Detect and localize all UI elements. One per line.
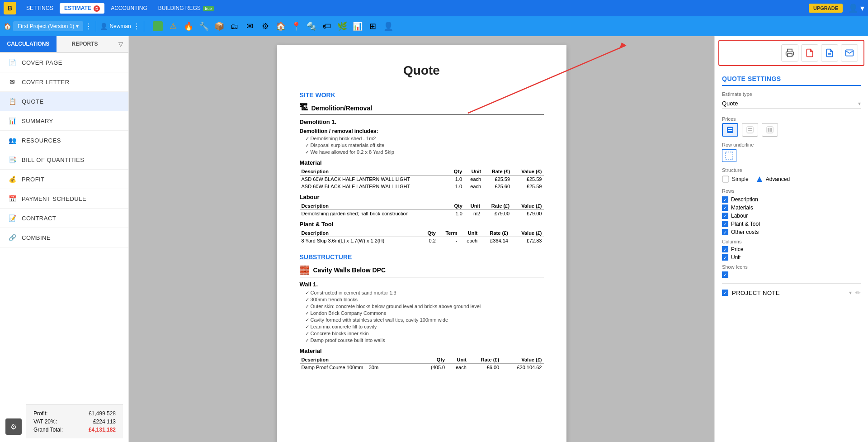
price-btn-2[interactable] — [742, 123, 758, 137]
settings-divider — [722, 283, 861, 284]
sidebar-item-quote[interactable]: 📋 Quote — [0, 92, 128, 111]
sidebar-item-cover-page[interactable]: 📄 Cover Page — [0, 53, 128, 72]
box-icon[interactable]: 📦 — [213, 20, 226, 33]
nav-building-regs[interactable]: BUILDING REGS true — [154, 3, 218, 13]
cb-materials[interactable]: ✓ — [722, 204, 728, 211]
checkbox-price[interactable]: ✓ Price — [722, 246, 861, 252]
word-button[interactable] — [821, 44, 838, 62]
price-btn-1[interactable] — [722, 123, 738, 137]
tab-reports[interactable]: REPORTS — [57, 36, 113, 52]
content-area: Quote Site Work 🏗 Demolition/Removal Dem… — [129, 36, 714, 442]
print-button[interactable] — [781, 44, 798, 62]
cb-unit[interactable]: ✓ — [722, 254, 728, 261]
plant-row1-qty: 0.2 — [421, 237, 438, 245]
row-underline-button[interactable] — [722, 149, 736, 162]
svg-rect-4 — [728, 128, 732, 129]
mat-row2-unit: each — [464, 183, 483, 190]
cb-description[interactable]: ✓ — [722, 196, 728, 203]
project-note-edit-icon[interactable]: ✏ — [855, 289, 861, 296]
sidebar: CALCULATIONS REPORTS ▽ 📄 Cover Page ✉ Co… — [0, 36, 129, 442]
cb-project-note[interactable]: ✓ — [722, 290, 728, 296]
summary-icon: 📊 — [7, 116, 17, 126]
tab-calculations[interactable]: CALCULATIONS — [0, 36, 57, 52]
pdf-button[interactable] — [801, 44, 818, 62]
cb-price-label: Price — [731, 246, 743, 252]
sidebar-item-cover-letter[interactable]: ✉ Cover Letter — [0, 72, 128, 92]
sidebar-item-combine[interactable]: 🔗 Combine — [0, 228, 128, 247]
envelope-icon[interactable]: ✉ — [244, 20, 256, 33]
checkbox-other-costs[interactable]: ✓ Other costs — [722, 229, 861, 235]
lab-row1-desc: Demolishing garden shed; half brick cons… — [300, 210, 448, 218]
document: Quote Site Work 🏗 Demolition/Removal Dem… — [277, 45, 566, 442]
lab-col-unit: Unit — [464, 202, 482, 210]
checkbox-labour[interactable]: ✓ Labour — [722, 213, 861, 219]
advanced-label: Advanced — [766, 176, 790, 182]
estimate-type-row: Quote ▾ — [722, 98, 861, 109]
cb-description-label: Description — [731, 196, 758, 203]
person-icon[interactable]: 👤 — [382, 20, 395, 33]
nav-accounting[interactable]: ACCOUNTING — [106, 3, 152, 13]
svg-rect-12 — [726, 152, 733, 159]
svg-rect-5 — [728, 130, 732, 131]
user-name[interactable]: Newman — [109, 23, 131, 29]
cb-labour[interactable]: ✓ — [722, 213, 728, 219]
checkbox-show-icons[interactable]: ✓ — [722, 271, 861, 278]
price-btn-3[interactable] — [762, 123, 778, 137]
warning-icon[interactable]: ⚠ — [167, 20, 179, 33]
project-note-label: Project Note — [732, 290, 845, 296]
map-icon[interactable] — [151, 20, 164, 33]
estimate-type-dropdown-icon[interactable]: ▾ — [858, 100, 861, 107]
cb-plant-tool[interactable]: ✓ — [722, 221, 728, 227]
summary-label: Summary — [22, 118, 53, 124]
checkbox-plant-tool[interactable]: ✓ Plant & Tool — [722, 221, 861, 227]
checkbox-materials[interactable]: ✓ Materials — [722, 204, 861, 211]
location-icon[interactable]: 📍 — [290, 20, 302, 33]
estimate-type-value: Quote — [722, 98, 858, 109]
table-row: ASD 60W BLACK HALF LANTERN WALL LIGHT 1.… — [300, 176, 544, 183]
sidebar-item-summary[interactable]: 📊 Summary — [0, 111, 128, 131]
cb-price[interactable]: ✓ — [722, 246, 728, 252]
leaf-icon[interactable]: 🌿 — [336, 20, 349, 33]
filter-icon[interactable]: ▽ — [113, 36, 128, 52]
user-menu-icon[interactable]: ⋮ — [133, 22, 140, 31]
email-button[interactable] — [841, 44, 858, 62]
sidebar-item-profit[interactable]: 💰 Profit — [0, 170, 128, 189]
lab-row1-rate: £79.00 — [482, 210, 511, 218]
material-table-2: Description Qty Unit Rate (£) Value (£) … — [300, 356, 544, 371]
sidebar-item-payment-schedule[interactable]: 📅 Payment Schedule — [0, 189, 128, 209]
structure-advanced[interactable]: Advanced — [756, 176, 790, 183]
nav-estimate[interactable]: ESTIMATE D — [60, 3, 104, 14]
section-substructure: Substructure — [300, 253, 544, 261]
checkbox-unit[interactable]: ✓ Unit — [722, 254, 861, 261]
project-note-collapse-icon[interactable]: ▾ — [849, 290, 852, 296]
flame-icon[interactable]: 🔥 — [182, 20, 195, 33]
pipe-icon[interactable]: 🔩 — [305, 20, 318, 33]
layers-icon[interactable]: 🗂 — [228, 20, 241, 33]
mat-row2-qty: 1.0 — [448, 183, 464, 190]
checkbox-description[interactable]: ✓ Description — [722, 196, 861, 203]
row-underline-label: Row underline — [722, 142, 861, 147]
chart-icon[interactable]: 📊 — [351, 20, 364, 33]
project-menu-icon[interactable]: ⋮ — [85, 22, 92, 31]
discount-icon[interactable]: 🏷 — [321, 20, 333, 33]
cb-other-costs[interactable]: ✓ — [722, 229, 728, 235]
grid-icon[interactable]: ⊞ — [367, 20, 379, 33]
nav-settings[interactable]: SETTINGS — [22, 3, 58, 13]
tools-icon[interactable]: 🔧 — [198, 20, 210, 33]
upgrade-button[interactable]: UPGRADE — [809, 4, 843, 13]
roof-icon[interactable]: 🏠 — [274, 20, 287, 33]
payment-label: Payment Schedule — [22, 195, 86, 202]
user-icon[interactable]: 👤 ▾ — [848, 3, 864, 13]
sidebar-item-bill-of-quantities[interactable]: 📑 Bill of Quantities — [0, 150, 128, 170]
lab-col-desc: Description — [300, 202, 448, 210]
sidebar-item-resources[interactable]: 👥 Resources — [0, 131, 128, 150]
settings-button[interactable]: ⚙ — [5, 418, 22, 435]
mat-row1-value: £25.59 — [512, 176, 543, 183]
plant-col-value: Value (£) — [510, 229, 544, 237]
cb-show-icons[interactable]: ✓ — [722, 271, 728, 278]
wrench-icon[interactable]: ⚙ — [259, 20, 272, 33]
profit-label-footer: Profit: — [33, 410, 47, 417]
structure-simple[interactable]: Simple — [722, 176, 749, 183]
project-selector[interactable]: First Project (Version 1) ▾ — [13, 21, 83, 31]
sidebar-item-contract[interactable]: 📝 Contract — [0, 209, 128, 228]
